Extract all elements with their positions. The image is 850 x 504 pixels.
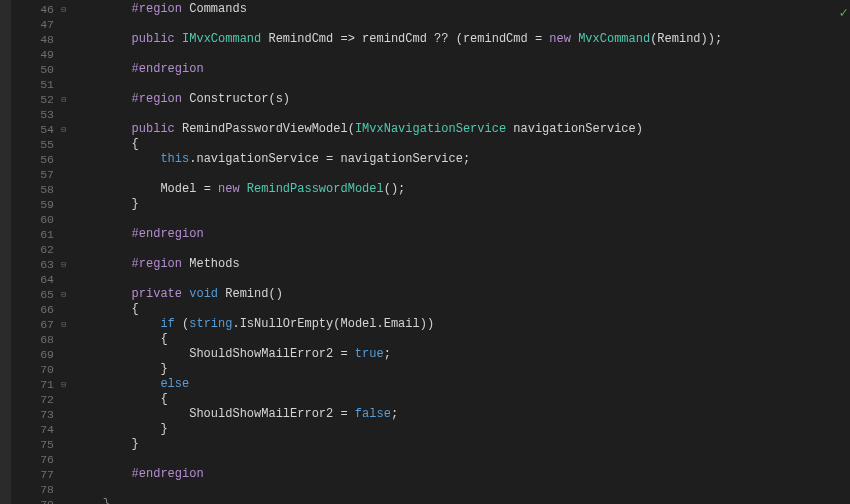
gutter-line[interactable]: 76 bbox=[11, 452, 66, 467]
gutter-line[interactable]: 66 bbox=[11, 302, 66, 317]
code-line[interactable]: { bbox=[74, 332, 836, 347]
code-line[interactable] bbox=[74, 272, 836, 287]
gutter-line[interactable]: 63⊟ bbox=[11, 257, 66, 272]
code-line[interactable] bbox=[74, 47, 836, 62]
gutter-line[interactable]: 58 bbox=[11, 182, 66, 197]
gutter-line[interactable]: 46⊟ bbox=[11, 2, 66, 17]
gutter-line[interactable]: 70 bbox=[11, 362, 66, 377]
gutter-line[interactable]: 47 bbox=[11, 17, 66, 32]
gutter-line[interactable]: 51 bbox=[11, 77, 66, 92]
gutter-line[interactable]: 60 bbox=[11, 212, 66, 227]
code-line[interactable] bbox=[74, 17, 836, 32]
gutter-line[interactable]: 62 bbox=[11, 242, 66, 257]
scrollbar-track[interactable]: ✓ bbox=[836, 0, 850, 504]
code-editor[interactable]: 46⊟474849505152⊟5354⊟555657585960616263⊟… bbox=[0, 0, 850, 504]
code-line[interactable]: Model = new RemindPasswordModel(); bbox=[74, 182, 836, 197]
fold-toggle-icon[interactable]: ⊟ bbox=[58, 257, 66, 272]
gutter-line[interactable]: 72 bbox=[11, 392, 66, 407]
code-token: => bbox=[333, 32, 362, 46]
gutter-line[interactable]: 56 bbox=[11, 152, 66, 167]
line-number: 50 bbox=[40, 62, 62, 77]
code-token: navigationService bbox=[340, 152, 462, 166]
code-line[interactable]: #endregion bbox=[74, 467, 836, 482]
code-line[interactable] bbox=[74, 77, 836, 92]
code-token: Constructor(s) bbox=[189, 92, 290, 106]
code-line[interactable]: ShouldShowMailError2 = false; bbox=[74, 407, 836, 422]
gutter-line[interactable]: 53 bbox=[11, 107, 66, 122]
code-line[interactable]: #endregion bbox=[74, 62, 836, 77]
gutter-line[interactable]: 50 bbox=[11, 62, 66, 77]
code-token: navigationService bbox=[513, 122, 635, 136]
gutter[interactable]: 46⊟474849505152⊟5354⊟555657585960616263⊟… bbox=[11, 0, 66, 504]
code-line[interactable]: #region Constructor(s) bbox=[74, 92, 836, 107]
gutter-line[interactable]: 64 bbox=[11, 272, 66, 287]
gutter-line[interactable]: 54⊟ bbox=[11, 122, 66, 137]
fold-toggle-icon[interactable]: ⊟ bbox=[58, 122, 66, 137]
code-line[interactable]: } bbox=[74, 422, 836, 437]
gutter-line[interactable]: 65⊟ bbox=[11, 287, 66, 302]
code-line[interactable]: ShouldShowMailError2 = true; bbox=[74, 347, 836, 362]
fold-toggle-icon[interactable]: ⊟ bbox=[58, 2, 66, 17]
code-token: Methods bbox=[189, 257, 239, 271]
code-line[interactable]: { bbox=[74, 302, 836, 317]
code-line[interactable]: { bbox=[74, 392, 836, 407]
code-line[interactable]: #region Commands bbox=[74, 2, 836, 17]
code-line[interactable]: if (string.IsNullOrEmpty(Model.Email)) bbox=[74, 317, 836, 332]
fold-toggle-icon[interactable]: ⊟ bbox=[58, 287, 66, 302]
line-number: 70 bbox=[40, 362, 62, 377]
fold-toggle-icon[interactable]: ⊟ bbox=[58, 377, 66, 392]
gutter-line[interactable]: 52⊟ bbox=[11, 92, 66, 107]
code-token bbox=[74, 122, 132, 136]
code-token: private bbox=[132, 287, 182, 301]
gutter-line[interactable]: 55 bbox=[11, 137, 66, 152]
gutter-line[interactable]: 73 bbox=[11, 407, 66, 422]
code-line[interactable] bbox=[74, 482, 836, 497]
code-line[interactable]: } bbox=[74, 362, 836, 377]
fold-toggle-icon[interactable]: ⊟ bbox=[58, 92, 66, 107]
gutter-line[interactable]: 49 bbox=[11, 47, 66, 62]
code-token: )); bbox=[701, 32, 723, 46]
code-token: true bbox=[355, 347, 384, 361]
gutter-line[interactable]: 71⊟ bbox=[11, 377, 66, 392]
code-line[interactable] bbox=[74, 212, 836, 227]
gutter-line[interactable]: 57 bbox=[11, 167, 66, 182]
gutter-line[interactable]: 48 bbox=[11, 32, 66, 47]
code-token: } bbox=[74, 497, 110, 504]
gutter-line[interactable]: 77 bbox=[11, 467, 66, 482]
code-line[interactable] bbox=[74, 107, 836, 122]
gutter-line[interactable]: 74 bbox=[11, 422, 66, 437]
code-line[interactable]: public IMvxCommand RemindCmd => remindCm… bbox=[74, 32, 836, 47]
fold-toggle-icon[interactable]: ⊟ bbox=[58, 317, 66, 332]
line-number: 61 bbox=[40, 227, 62, 242]
line-number: 58 bbox=[40, 182, 62, 197]
code-line[interactable]: private void Remind() bbox=[74, 287, 836, 302]
code-token: Email bbox=[384, 317, 420, 331]
code-token: = bbox=[528, 32, 550, 46]
code-line[interactable]: { bbox=[74, 137, 836, 152]
code-line[interactable]: } bbox=[74, 197, 836, 212]
gutter-line[interactable]: 61 bbox=[11, 227, 66, 242]
code-line[interactable]: #region Methods bbox=[74, 257, 836, 272]
gutter-line[interactable]: 79 bbox=[11, 497, 66, 504]
code-line[interactable]: public RemindPasswordViewModel(IMvxNavig… bbox=[74, 122, 836, 137]
code-line[interactable] bbox=[74, 167, 836, 182]
code-token: } bbox=[74, 437, 139, 451]
code-token: remindCmd bbox=[463, 32, 528, 46]
code-line[interactable] bbox=[74, 452, 836, 467]
code-token: = bbox=[196, 182, 218, 196]
code-line[interactable] bbox=[74, 242, 836, 257]
gutter-line[interactable]: 78 bbox=[11, 482, 66, 497]
code-area[interactable]: #region Commands public IMvxCommand Remi… bbox=[66, 0, 836, 504]
code-line[interactable]: this.navigationService = navigationServi… bbox=[74, 152, 836, 167]
code-token bbox=[74, 32, 132, 46]
code-line[interactable]: } bbox=[74, 437, 836, 452]
gutter-line[interactable]: 68 bbox=[11, 332, 66, 347]
code-token: } bbox=[74, 197, 139, 211]
code-line[interactable]: else bbox=[74, 377, 836, 392]
code-line[interactable]: } bbox=[74, 497, 836, 504]
code-line[interactable]: #endregion bbox=[74, 227, 836, 242]
gutter-line[interactable]: 67⊟ bbox=[11, 317, 66, 332]
gutter-line[interactable]: 75 bbox=[11, 437, 66, 452]
gutter-line[interactable]: 59 bbox=[11, 197, 66, 212]
gutter-line[interactable]: 69 bbox=[11, 347, 66, 362]
